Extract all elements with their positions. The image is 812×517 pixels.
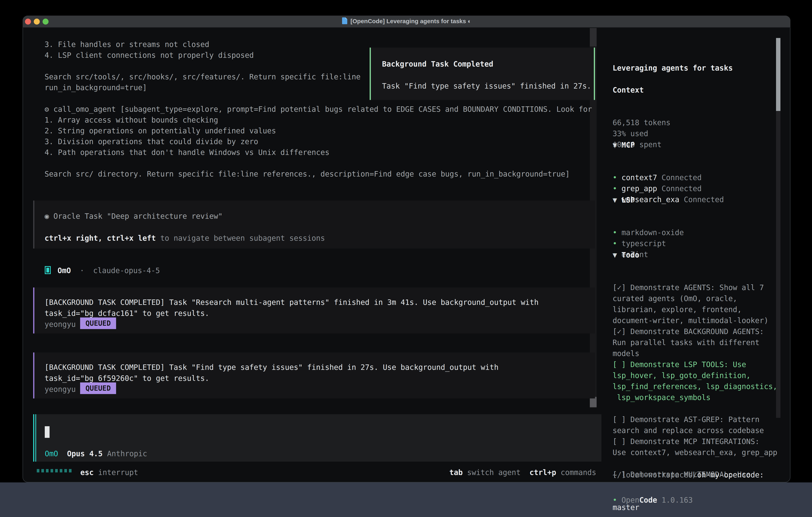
notification-title: Background Task Completed [382, 59, 493, 70]
agent-header-text: OmO · claude-opus-4-5 [58, 265, 160, 276]
chevron-down-icon: ▼ [613, 196, 621, 204]
screen: [OpenCode] Leveraging agents for tasks ◐… [0, 0, 812, 517]
ctrlp-key-hint: ctrl+p [529, 468, 556, 477]
task-message-line2: task_id="bg_dcfac161" to get results. [45, 308, 209, 319]
status-dot-icon: • [613, 496, 621, 505]
status-badge: QUEUED [80, 318, 116, 329]
spinner-dot [51, 469, 53, 472]
spinner-dot [41, 469, 44, 472]
statusbar-right: tab switch agent ctrl+p commands [450, 467, 596, 478]
moon-icon [466, 18, 467, 24]
sidebar-scrollbar-thumb[interactable] [776, 38, 780, 111]
input-model-name: Opus 4.5 [67, 450, 103, 458]
todo-line: [ ] Demonstrate MCP INTEGRATIONS: [613, 436, 777, 447]
todo-line [613, 403, 777, 414]
input-provider-name: Anthropic [107, 450, 147, 458]
model-indicator: OmO Opus 4.5 Anthropic [45, 448, 147, 459]
todo-line: [✓] Demonstrate AGENTS: Show all 7 [613, 282, 777, 293]
notification-body: Task "Find type safety issues" finished … [382, 81, 591, 91]
esc-key-hint: esc [80, 468, 94, 477]
spinner-dot [37, 469, 39, 472]
workspace-repo: oh-my-opencode: [697, 471, 764, 479]
transcript-line: Search src/ directory. Return specific f… [45, 169, 592, 180]
text-cursor [45, 426, 50, 438]
transcript-line: ⚙ call_omo_agent [subagent_type=explore,… [45, 104, 592, 115]
todo-heading[interactable]: ▼ Todo [613, 249, 777, 261]
spinner-dot [64, 469, 67, 472]
sidebar-version: • OpenCode 1.0.163 [613, 473, 693, 517]
agent-name: OmO [58, 266, 71, 275]
task-message-line1: [BACKGROUND TASK COMPLETED] Task "Resear… [45, 297, 539, 308]
chevron-down-icon: ▼ [613, 141, 621, 149]
oracle-task-shortcut: ctrl+x right, ctrl+x left to navigate be… [45, 233, 325, 244]
agent-icon [45, 266, 51, 274]
input-agent-name: OmO [45, 450, 58, 458]
task-message: [BACKGROUND TASK COMPLETED] Task "Resear… [33, 288, 595, 333]
mcp-heading[interactable]: ▼ MCP [613, 140, 724, 151]
spinner-dot [60, 469, 62, 472]
todo-line: librarian, explore, frontend, [613, 304, 777, 315]
todo-line: lsp_find_references, lsp_diagnostics, [613, 381, 777, 392]
oracle-task-title: ◉ Oracle Task "Deep architecture review" [45, 211, 223, 222]
task-message-line1: [BACKGROUND TASK COMPLETED] Task "Find t… [45, 362, 498, 373]
transcript-line: 3. Division operations that could divide… [45, 136, 592, 147]
window-title: [OpenCode] Leveraging agents for tasks ◐ [23, 17, 790, 26]
input-accent-line [35, 414, 36, 462]
context-heading: Context [613, 85, 670, 96]
transcript-line: 1. Array access without bounds checking [45, 115, 592, 126]
todo-line: search and replace across codebase [613, 425, 777, 436]
todo-line: Run parallel tasks with different [613, 337, 777, 348]
lsp-heading[interactable]: ▼ LSP [613, 194, 684, 206]
statusbar-left: esc interrupt [80, 467, 138, 478]
spinner-dot [55, 469, 58, 472]
spinner-dot [46, 469, 49, 472]
file-icon [342, 17, 348, 26]
todo-line: document-writer, multimodal-looker) [613, 315, 777, 326]
chevron-down-icon: ▼ [613, 251, 621, 259]
transcript-line: 2. String operations on potentially unde… [45, 126, 592, 136]
app-name-prefix: Open [621, 496, 639, 505]
status-badge: QUEUED [80, 382, 116, 394]
esc-key-label: interrupt [98, 468, 138, 477]
moon-glyph: ◐ [468, 18, 471, 24]
transcript-line: 4. Path operations that don't handle Win… [45, 147, 592, 158]
task-message-line2: task_id="bg_6f59260c" to get results. [45, 373, 209, 384]
oracle-icon: ◉ [45, 212, 54, 220]
task-message: [BACKGROUND TASK COMPLETED] Task "Find t… [33, 352, 595, 399]
todo-line: [ ] Demonstrate AST-GREP: Pattern [613, 414, 777, 425]
tab-key-hint: tab [450, 468, 463, 477]
todo-line: lsp_hover, lsp_goto_definition, [613, 370, 777, 381]
task-author: yeongyu [45, 384, 76, 395]
todo-line: [✓] Demonstrate BACKGROUND AGENTS: [613, 326, 777, 337]
spinner-dot [69, 469, 71, 472]
window-title-text: [OpenCode] Leveraging agents for tasks [350, 18, 466, 24]
transcript-line [45, 158, 592, 169]
ctrlp-key-label: commands [561, 468, 596, 477]
task-author: yeongyu [45, 319, 76, 330]
todo-line: [ ] Demonstrate LSP TOOLS: Use [613, 359, 777, 370]
separator: · [80, 266, 84, 275]
todo-line: lsp_workspace_symbols [613, 392, 777, 403]
app-name: Code [639, 496, 657, 505]
tab-key-label: switch agent [467, 468, 521, 477]
agent-model: claude-opus-4-5 [93, 266, 160, 275]
background-task-notification: Background Task Completed Task "Find typ… [370, 48, 595, 100]
oracle-task-box: ◉ Oracle Task "Deep architecture review"… [33, 200, 595, 248]
gear-icon: ⚙ [45, 105, 54, 113]
mcp-item-status: Connected [679, 195, 724, 204]
todo-line: curated agents (OmO, oracle, [613, 293, 777, 304]
app-version: 1.0.163 [662, 496, 693, 505]
todo-line: models [613, 348, 777, 359]
